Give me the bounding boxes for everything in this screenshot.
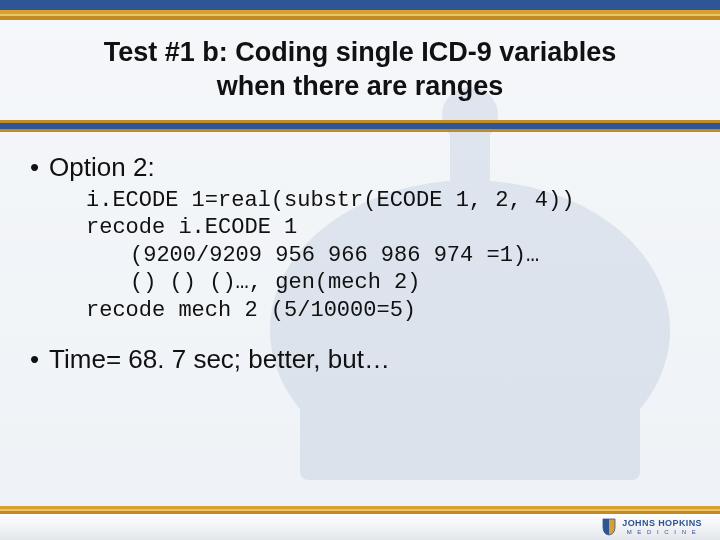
johns-hopkins-logo: JOHNS HOPKINS M E D I C I N E (602, 518, 702, 536)
code-line-5: recode mech 2 (5/10000=5) (86, 298, 416, 323)
content-area: • Option 2: i.ECODE 1=real(substr(ECODE … (0, 132, 720, 376)
code-line-4: () () ()…, gen(mech 2) (86, 269, 690, 297)
bullet-dot-icon: • (30, 344, 39, 375)
slide: Test #1 b: Coding single ICD-9 variables… (0, 0, 720, 540)
logo-name: JOHNS HOPKINS (622, 519, 702, 528)
code-line-1: i.ECODE 1=real(substr(ECODE 1, 2, 4)) (86, 188, 574, 213)
title-block: Test #1 b: Coding single ICD-9 variables… (0, 20, 720, 112)
footer: JOHNS HOPKINS M E D I C I N E (0, 506, 720, 540)
shield-icon (602, 518, 616, 536)
logo-text: JOHNS HOPKINS M E D I C I N E (622, 519, 702, 535)
bullet-time-text: Time= 68. 7 sec; better, but… (49, 344, 390, 375)
title-line-1: Test #1 b: Coding single ICD-9 variables (104, 37, 617, 67)
code-block: i.ECODE 1=real(substr(ECODE 1, 2, 4)) re… (30, 183, 690, 335)
logo-sub: M E D I C I N E (622, 529, 702, 535)
code-line-3: (9200/9209 956 966 986 974 =1)… (86, 242, 690, 270)
bullet-time: • Time= 68. 7 sec; better, but… (30, 344, 690, 375)
title-line-2: when there are ranges (217, 71, 504, 101)
slide-title: Test #1 b: Coding single ICD-9 variables… (40, 36, 680, 104)
footer-gradient: JOHNS HOPKINS M E D I C I N E (0, 514, 720, 540)
top-blue-bar (0, 0, 720, 10)
top-gold-bar (0, 10, 720, 20)
code-line-2: recode i.ECODE 1 (86, 215, 297, 240)
bullet-option: • Option 2: (30, 152, 690, 183)
bullet-dot-icon: • (30, 152, 39, 183)
bullet-option-text: Option 2: (49, 152, 155, 183)
footer-gold-bar (0, 506, 720, 514)
separator-bar (0, 120, 720, 132)
